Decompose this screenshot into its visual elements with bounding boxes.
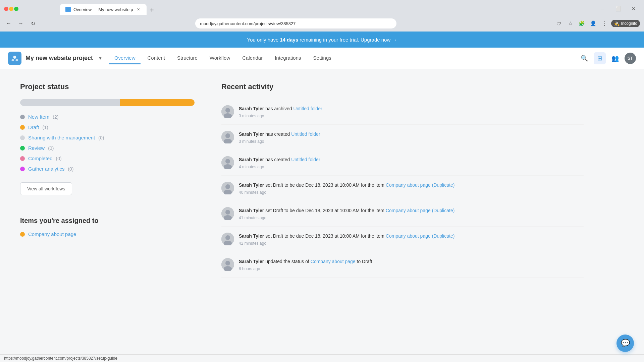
- nav-tab-calendar[interactable]: Calendar: [237, 52, 268, 64]
- status-link-draft[interactable]: Draft: [28, 124, 39, 130]
- activity-list: Sarah Tyler has archived Untitled folder…: [221, 99, 584, 278]
- nav-tab-overview[interactable]: Overview: [109, 52, 141, 64]
- minimize-btn[interactable]: [9, 7, 13, 11]
- assigned-link-0[interactable]: Company about page: [28, 231, 76, 237]
- activity-time-2: 4 minutes ago: [239, 165, 584, 169]
- search-btn[interactable]: 🔍: [578, 52, 590, 64]
- incognito-badge: 🕵 Incognito: [611, 20, 640, 27]
- status-link-sharing[interactable]: Sharing with the management: [28, 135, 95, 140]
- activity-action-before-4: set Draft to be due Dec 18, 2023 at 10:0…: [265, 208, 384, 213]
- activity-text-6: Sarah Tyler updated the status of Compan…: [239, 258, 584, 265]
- activity-link-5[interactable]: Company about page (Duplicate): [386, 233, 454, 239]
- activity-action-before-5: set Draft to be due Dec 18, 2023 at 10:0…: [265, 233, 384, 239]
- status-dot-draft: [20, 125, 25, 130]
- project-dropdown-btn[interactable]: ▼: [98, 56, 102, 61]
- forward-btn[interactable]: →: [16, 19, 25, 28]
- url-bar[interactable]: moodjoy.gathercontent.com/projects/view/…: [195, 18, 396, 28]
- activity-action-before-3: set Draft to be due Dec 18, 2023 at 10:0…: [265, 182, 384, 188]
- assigned-section: Items you're assigned to Company about p…: [20, 217, 195, 237]
- activity-user-4: Sarah Tyler: [239, 208, 264, 213]
- main-content: Project status New Item (2) Draft (1): [0, 69, 604, 291]
- user-avatar[interactable]: ST: [625, 53, 636, 64]
- activity-avatar-6: [221, 258, 234, 271]
- nav-tab-structure[interactable]: Structure: [172, 52, 203, 64]
- activity-action-1: has created: [265, 131, 291, 137]
- status-count-sharing: (0): [98, 135, 104, 140]
- svg-point-17: [225, 235, 230, 240]
- status-link-review[interactable]: Review: [28, 145, 45, 151]
- activity-user-6: Sarah Tyler: [239, 259, 264, 264]
- status-list: New Item (2) Draft (1) Sharing with the …: [20, 114, 195, 172]
- win-restore-btn[interactable]: ⬜: [610, 2, 626, 15]
- nav-tab-settings[interactable]: Settings: [308, 52, 337, 64]
- star-icon[interactable]: ☆: [566, 19, 575, 28]
- status-link-analytics[interactable]: Gather analytics: [28, 166, 64, 172]
- avatar-icon-4: [221, 207, 234, 220]
- status-item-sharing: Sharing with the management (0): [20, 135, 195, 140]
- app-header: My new website project ▼ Overview Conten…: [0, 48, 644, 69]
- nav-tab-content[interactable]: Content: [142, 52, 170, 64]
- users-btn[interactable]: 👥: [609, 52, 621, 64]
- activity-content-1: Sarah Tyler has created Untitled folder …: [239, 131, 584, 144]
- activity-user-3: Sarah Tyler: [239, 182, 264, 188]
- assigned-title: Items you're assigned to: [20, 217, 195, 225]
- status-dot-sharing: [20, 135, 25, 140]
- activity-user-0: Sarah Tyler: [239, 106, 264, 111]
- nav-tab-workflow[interactable]: Workflow: [204, 52, 235, 64]
- status-link-completed[interactable]: Completed: [28, 156, 53, 161]
- svg-point-2: [225, 108, 230, 113]
- settings-icon[interactable]: ⋮: [600, 19, 609, 28]
- close-btn[interactable]: [4, 7, 8, 11]
- activity-link-4[interactable]: Company about page (Duplicate): [386, 208, 454, 213]
- svg-point-14: [225, 210, 230, 215]
- banner-prefix: You only have: [247, 37, 279, 43]
- activity-text-5: Sarah Tyler set Draft to be due Dec 18, …: [239, 233, 584, 240]
- win-close-btn[interactable]: ✕: [626, 2, 641, 15]
- activity-time-3: 40 minutes ago: [239, 190, 584, 195]
- window-action-controls: ─ ⬜ ✕: [595, 2, 641, 15]
- chat-btn[interactable]: 💬: [616, 335, 634, 352]
- grid-icon: ⊞: [597, 55, 602, 62]
- project-status-section: Project status New Item (2) Draft (1): [20, 82, 195, 278]
- users-icon: 👥: [611, 55, 619, 62]
- activity-link-1[interactable]: Untitled folder: [291, 131, 320, 137]
- activity-item-2: Sarah Tyler has created Untitled folder …: [221, 150, 584, 176]
- status-item-review: Review (0): [20, 145, 195, 151]
- activity-action-0: has archived: [265, 106, 293, 111]
- activity-time-6: 8 hours ago: [239, 266, 584, 271]
- activity-avatar-3: [221, 182, 234, 194]
- activity-link-0[interactable]: Untitled folder: [293, 106, 322, 111]
- status-link-new[interactable]: New Item: [28, 114, 49, 120]
- app-logo[interactable]: [8, 52, 21, 65]
- activity-link-2[interactable]: Untitled folder: [291, 157, 320, 162]
- activity-action-2: has created: [265, 157, 291, 162]
- project-status-title: Project status: [20, 82, 195, 91]
- progress-segment-grey: [20, 99, 120, 106]
- activity-content-3: Sarah Tyler set Draft to be due Dec 18, …: [239, 182, 584, 195]
- svg-point-20: [225, 261, 230, 265]
- activity-link-3[interactable]: Company about page (Duplicate): [386, 182, 454, 188]
- activity-user-1: Sarah Tyler: [239, 131, 264, 137]
- activity-avatar-0: [221, 105, 234, 118]
- view-workflows-btn[interactable]: View all workflows: [20, 182, 72, 195]
- browser-top-bar: Overview — My new website p ✕ + ─ ⬜ ✕: [0, 0, 644, 15]
- new-tab-btn[interactable]: +: [147, 5, 157, 15]
- status-bar: https://moodjoy.gathercontent.com/projec…: [0, 354, 644, 362]
- activity-link-6[interactable]: Company about page: [311, 259, 356, 264]
- nav-tab-integrations[interactable]: Integrations: [269, 52, 306, 64]
- grid-view-btn[interactable]: ⊞: [594, 52, 606, 64]
- activity-time-1: 3 minutes ago: [239, 139, 584, 144]
- back-btn[interactable]: ←: [4, 19, 13, 28]
- reload-btn[interactable]: ↻: [28, 19, 38, 28]
- extensions-icon[interactable]: 🧩: [577, 19, 586, 28]
- window-controls: [3, 7, 18, 11]
- incognito-label: Incognito: [621, 21, 637, 26]
- win-minimize-btn[interactable]: ─: [595, 2, 610, 15]
- status-item-draft: Draft (1): [20, 124, 195, 130]
- privacy-icon[interactable]: 🛡: [554, 19, 564, 28]
- profile-icon[interactable]: 👤: [588, 19, 598, 28]
- status-item-completed: Completed (0): [20, 156, 195, 161]
- tab-close-btn[interactable]: ✕: [136, 7, 141, 12]
- maximize-btn[interactable]: [14, 7, 18, 11]
- active-tab[interactable]: Overview — My new website p ✕: [60, 4, 147, 15]
